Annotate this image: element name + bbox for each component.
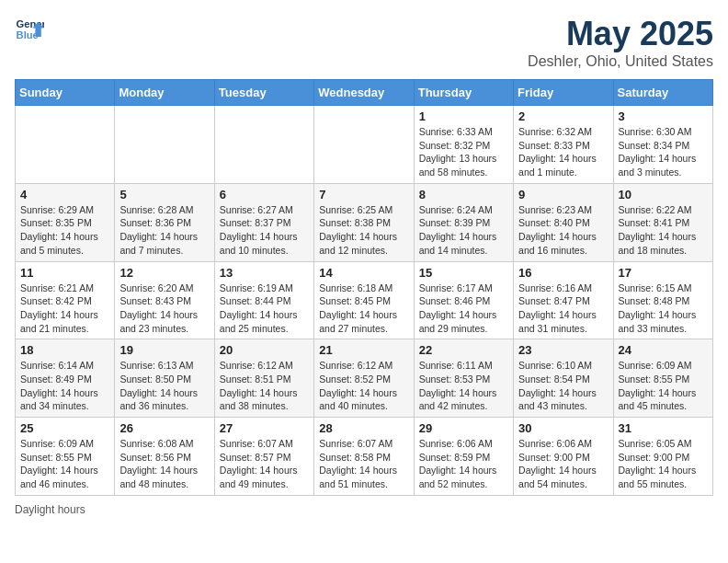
day-info: Sunrise: 6:09 AM Sunset: 8:55 PM Dayligh… [20,437,109,491]
calendar-day-header: Saturday [613,80,712,106]
day-number: 27 [220,421,309,435]
calendar-day-cell: 11Sunrise: 6:21 AM Sunset: 8:42 PM Dayli… [16,261,115,339]
calendar-day-cell [115,106,214,184]
day-number: 30 [518,421,608,435]
day-info: Sunrise: 6:12 AM Sunset: 8:51 PM Dayligh… [220,359,309,413]
day-number: 28 [319,421,408,435]
calendar-day-cell: 20Sunrise: 6:12 AM Sunset: 8:51 PM Dayli… [214,339,313,418]
day-number: 9 [518,188,608,201]
logo: General Blue [15,15,44,44]
calendar-day-cell: 24Sunrise: 6:09 AM Sunset: 8:55 PM Dayli… [613,339,712,418]
calendar-day-cell: 5Sunrise: 6:28 AM Sunset: 8:36 PM Daylig… [115,183,214,261]
day-info: Sunrise: 6:24 AM Sunset: 8:39 PM Dayligh… [419,203,508,258]
day-number: 11 [20,266,109,280]
svg-text:Blue: Blue [17,29,39,40]
day-number: 18 [20,343,109,357]
calendar-day-header: Thursday [414,80,513,106]
calendar-week-row: 1Sunrise: 6:33 AM Sunset: 8:32 PM Daylig… [16,106,713,184]
footer: Daylight hours [15,503,713,516]
day-info: Sunrise: 6:33 AM Sunset: 8:32 PM Dayligh… [419,125,508,179]
calendar-day-cell [314,106,414,184]
calendar-day-cell: 23Sunrise: 6:10 AM Sunset: 8:54 PM Dayli… [514,339,613,418]
day-info: Sunrise: 6:20 AM Sunset: 8:43 PM Dayligh… [119,282,209,336]
day-info: Sunrise: 6:13 AM Sunset: 8:50 PM Dayligh… [119,359,209,413]
calendar-day-cell: 25Sunrise: 6:09 AM Sunset: 8:55 PM Dayli… [16,418,115,496]
calendar-day-cell: 4Sunrise: 6:29 AM Sunset: 8:35 PM Daylig… [16,183,115,261]
day-info: Sunrise: 6:16 AM Sunset: 8:47 PM Dayligh… [518,282,608,336]
day-info: Sunrise: 6:22 AM Sunset: 8:41 PM Dayligh… [619,203,708,258]
day-number: 2 [518,109,608,123]
calendar-week-row: 11Sunrise: 6:21 AM Sunset: 8:42 PM Dayli… [16,261,713,339]
day-info: Sunrise: 6:29 AM Sunset: 8:35 PM Dayligh… [20,203,109,258]
calendar-day-cell: 28Sunrise: 6:07 AM Sunset: 8:58 PM Dayli… [314,418,414,496]
calendar-day-cell: 12Sunrise: 6:20 AM Sunset: 8:43 PM Dayli… [115,261,214,339]
day-info: Sunrise: 6:21 AM Sunset: 8:42 PM Dayligh… [20,282,109,336]
calendar-day-cell: 1Sunrise: 6:33 AM Sunset: 8:32 PM Daylig… [414,106,513,184]
calendar-day-header: Tuesday [214,80,313,106]
day-number: 16 [518,266,608,280]
day-number: 7 [319,188,408,201]
calendar-day-cell: 18Sunrise: 6:14 AM Sunset: 8:49 PM Dayli… [16,339,115,418]
logo-icon: General Blue [15,15,44,44]
day-info: Sunrise: 6:19 AM Sunset: 8:44 PM Dayligh… [220,282,309,336]
month-title: May 2025 [528,15,713,53]
day-number: 4 [20,188,109,201]
day-info: Sunrise: 6:27 AM Sunset: 8:37 PM Dayligh… [220,203,309,258]
calendar-day-cell: 15Sunrise: 6:17 AM Sunset: 8:46 PM Dayli… [414,261,513,339]
calendar-day-cell: 14Sunrise: 6:18 AM Sunset: 8:45 PM Dayli… [314,261,414,339]
calendar-day-cell [214,106,313,184]
day-info: Sunrise: 6:11 AM Sunset: 8:53 PM Dayligh… [419,359,508,413]
day-number: 26 [119,421,209,435]
calendar-day-cell: 10Sunrise: 6:22 AM Sunset: 8:41 PM Dayli… [613,183,712,261]
day-info: Sunrise: 6:30 AM Sunset: 8:34 PM Dayligh… [619,125,708,179]
day-number: 21 [319,343,408,357]
day-number: 31 [619,421,708,435]
day-number: 5 [119,188,209,201]
day-number: 23 [518,343,608,357]
day-number: 10 [619,188,708,201]
calendar-day-cell [16,106,115,184]
day-info: Sunrise: 6:18 AM Sunset: 8:45 PM Dayligh… [319,282,408,336]
calendar-week-row: 18Sunrise: 6:14 AM Sunset: 8:49 PM Dayli… [16,339,713,418]
calendar-day-cell: 27Sunrise: 6:07 AM Sunset: 8:57 PM Dayli… [214,418,313,496]
calendar-day-cell: 8Sunrise: 6:24 AM Sunset: 8:39 PM Daylig… [414,183,513,261]
calendar-day-cell: 30Sunrise: 6:06 AM Sunset: 9:00 PM Dayli… [514,418,613,496]
calendar-day-cell: 26Sunrise: 6:08 AM Sunset: 8:56 PM Dayli… [115,418,214,496]
title-block: May 2025 Deshler, Ohio, United States [528,15,713,70]
day-number: 3 [619,109,708,123]
day-number: 20 [220,343,309,357]
day-number: 24 [619,343,708,357]
day-info: Sunrise: 6:05 AM Sunset: 9:00 PM Dayligh… [619,437,708,491]
calendar-day-cell: 7Sunrise: 6:25 AM Sunset: 8:38 PM Daylig… [314,183,414,261]
day-info: Sunrise: 6:06 AM Sunset: 9:00 PM Dayligh… [518,437,608,491]
day-number: 8 [419,188,508,201]
calendar-day-cell: 22Sunrise: 6:11 AM Sunset: 8:53 PM Dayli… [414,339,513,418]
day-number: 22 [419,343,508,357]
footer-text: Daylight hours [15,503,85,516]
day-info: Sunrise: 6:15 AM Sunset: 8:48 PM Dayligh… [619,282,708,336]
day-number: 6 [220,188,309,201]
calendar-day-cell: 31Sunrise: 6:05 AM Sunset: 9:00 PM Dayli… [613,418,712,496]
day-number: 25 [20,421,109,435]
day-number: 12 [119,266,209,280]
day-info: Sunrise: 6:10 AM Sunset: 8:54 PM Dayligh… [518,359,608,413]
day-number: 13 [220,266,309,280]
day-info: Sunrise: 6:17 AM Sunset: 8:46 PM Dayligh… [419,282,508,336]
calendar-day-header: Wednesday [314,80,414,106]
day-info: Sunrise: 6:06 AM Sunset: 8:59 PM Dayligh… [419,437,508,491]
calendar-week-row: 25Sunrise: 6:09 AM Sunset: 8:55 PM Dayli… [16,418,713,496]
day-info: Sunrise: 6:12 AM Sunset: 8:52 PM Dayligh… [319,359,408,413]
calendar-day-cell: 3Sunrise: 6:30 AM Sunset: 8:34 PM Daylig… [613,106,712,184]
calendar-day-cell: 21Sunrise: 6:12 AM Sunset: 8:52 PM Dayli… [314,339,414,418]
calendar-header-row: SundayMondayTuesdayWednesdayThursdayFrid… [16,80,713,106]
day-info: Sunrise: 6:23 AM Sunset: 8:40 PM Dayligh… [518,203,608,258]
day-info: Sunrise: 6:09 AM Sunset: 8:55 PM Dayligh… [619,359,708,413]
page-header: General Blue May 2025 Deshler, Ohio, Uni… [15,15,713,70]
day-number: 19 [119,343,209,357]
day-number: 17 [619,266,708,280]
calendar-day-cell: 2Sunrise: 6:32 AM Sunset: 8:33 PM Daylig… [514,106,613,184]
location-title: Deshler, Ohio, United States [528,53,713,70]
calendar-day-cell: 29Sunrise: 6:06 AM Sunset: 8:59 PM Dayli… [414,418,513,496]
calendar-day-cell: 6Sunrise: 6:27 AM Sunset: 8:37 PM Daylig… [214,183,313,261]
day-info: Sunrise: 6:07 AM Sunset: 8:57 PM Dayligh… [220,437,309,491]
